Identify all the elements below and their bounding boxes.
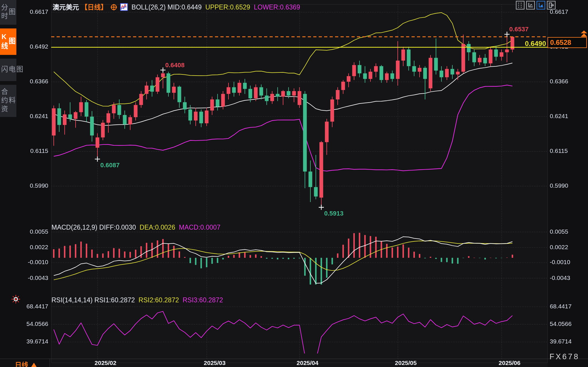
chart-header: 澳元美元 【日线】 BOLL(26,2) MID:0.6449 UPPER:0.…	[53, 2, 300, 13]
macd-axis-tick-right: -0.0043	[550, 274, 570, 281]
price-axis-tick-left: 0.6492	[17, 43, 48, 50]
macd-macd-value: MACD:0.0007	[179, 224, 220, 231]
price-axis-tick-right: 0.6617	[550, 8, 568, 15]
price-axis-tick-right: 0.6115	[550, 147, 568, 154]
period-tag: 【日线】	[81, 3, 107, 11]
trading-app: 分时图K线图闪电图合约资料 澳元美元 【日线】 BOLL(26,2) MID:0…	[0, 0, 588, 367]
rsi-header: RSI(14,14,14) RSI1:60.2872 RSI2:60.2872 …	[51, 296, 223, 304]
x-axis-label: 2025/05	[395, 360, 417, 366]
chart-canvas[interactable]	[0, 0, 588, 367]
sidebar-tab-kline-chart[interactable]: K线图	[0, 28, 16, 55]
price-axis-tick-left: 0.5990	[17, 182, 48, 189]
rsi-name: RSI(14,14,14)	[51, 296, 93, 304]
auto-follow-button[interactable]	[537, 1, 545, 9]
rsi2-value: RSI2:60.2872	[139, 296, 179, 304]
pane-layout-button[interactable]	[516, 1, 524, 9]
sidebar-tab-time-chart[interactable]: 分时图	[0, 0, 16, 25]
macd-name: MACD(26,12,9)	[51, 224, 97, 231]
indicator-icon[interactable]	[120, 3, 128, 13]
crosshair-icon[interactable]	[110, 4, 117, 12]
sidebar: 分时图K线图闪电图合约资料	[0, 0, 16, 121]
macd-axis-tick-left: -0.0043	[17, 274, 48, 281]
rsi-axis-tick-left: 54.0566	[17, 320, 48, 327]
rsi3-value: RSI3:60.2872	[183, 296, 223, 304]
macd-dea-value: DEA:0.0026	[140, 224, 175, 231]
brand-watermark: FX678	[549, 352, 580, 361]
symbol-title: 澳元美元	[53, 3, 79, 11]
macd-axis-tick-right: 0.0022	[550, 244, 568, 251]
macd-axis-tick-left: -0.0010	[17, 259, 48, 266]
price-axis-tick-left: 0.6366	[17, 78, 48, 85]
price-axis-tick-left: 0.6115	[17, 147, 48, 154]
footer-divider	[0, 359, 588, 359]
footer-vertical-divider	[50, 359, 50, 367]
rsi-axis-tick-right: 39.6714	[550, 338, 572, 345]
x-axis-label: 2025/02	[95, 360, 116, 366]
macd-axis-tick-right: 0.0055	[550, 228, 568, 235]
macd-axis-tick-left: 0.0022	[17, 244, 48, 251]
macd-header: MACD(26,12,9) DIFF:0.0030 DEA:0.0026 MAC…	[51, 224, 220, 231]
price-axis-tick-right: 0.6366	[550, 78, 568, 85]
extreme-label-0.6408: 0.6408	[165, 62, 185, 69]
alert-price-label: 0.6490	[503, 40, 546, 48]
sidebar-tab-flash-chart[interactable]: 闪电图	[0, 59, 16, 81]
extreme-label-0.6537: 0.6537	[509, 26, 529, 33]
price-axis-tick-right: 0.6241	[550, 113, 568, 120]
rsi-axis-tick-left: 68.4417	[17, 303, 48, 310]
macd-diff-value: DIFF:0.0030	[99, 224, 136, 231]
x-axis-label: 2025/03	[204, 360, 226, 366]
extreme-label-0.6087: 0.6087	[100, 162, 120, 169]
period-selector[interactable]: 日线	[15, 360, 37, 367]
rsi-axis-tick-right: 54.0566	[550, 320, 572, 327]
triangle-up-icon	[31, 363, 37, 367]
rsi1-value: RSI1:60.2872	[95, 296, 135, 304]
macd-axis-tick-right: -0.0010	[550, 259, 570, 266]
rsi-axis-tick-right: 68.4417	[550, 303, 572, 310]
scroll-to-latest-icon[interactable]	[580, 30, 588, 39]
extreme-label-0.5913: 0.5913	[324, 210, 343, 217]
price-axis-tick-left: 0.6617	[17, 8, 48, 15]
last-price-badge: 0.6528	[547, 37, 587, 48]
price-axis-tick-right: 0.5990	[550, 182, 568, 189]
x-axis-label: 2025/06	[499, 360, 520, 366]
axis-scale-button[interactable]	[526, 1, 535, 9]
sidebar-tab-contract-info[interactable]: 合约资料	[0, 85, 16, 117]
x-axis-label: 2025/04	[297, 360, 318, 366]
macd-axis-tick-left: 0.0055	[17, 228, 48, 235]
boll-mid-value: MID:0.6449	[168, 3, 202, 11]
boll-upper-value: UPPER:0.6529	[205, 3, 250, 11]
rsi-axis-tick-left: 39.6714	[17, 338, 48, 345]
period-selector-label: 日线	[15, 361, 28, 367]
boll-name: BOLL(26,2)	[132, 3, 166, 11]
price-axis-tick-left: 0.6241	[17, 113, 48, 120]
boll-lower-value: LOWER:0.6369	[254, 3, 300, 11]
